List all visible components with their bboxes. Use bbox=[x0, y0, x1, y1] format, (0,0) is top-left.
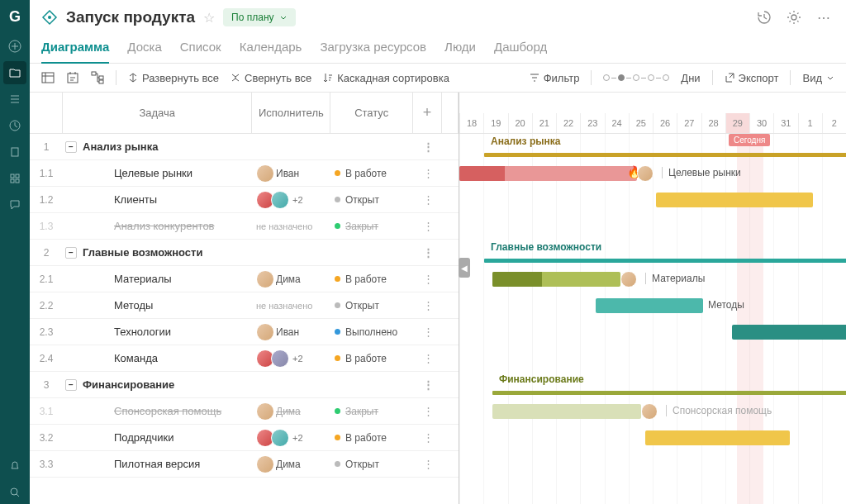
row-menu-icon[interactable]: ⋮ bbox=[414, 352, 443, 364]
col-task[interactable]: Задача bbox=[63, 93, 253, 133]
avatar bbox=[256, 402, 274, 421]
rail-add-icon[interactable] bbox=[3, 35, 26, 58]
tab-calendar[interactable]: Календарь bbox=[240, 35, 302, 63]
gantt-bar[interactable] bbox=[459, 166, 637, 181]
row-menu-icon[interactable]: ⋮ bbox=[414, 431, 443, 444]
row-menu-icon[interactable]: ⋮ bbox=[414, 405, 443, 417]
history-icon[interactable] bbox=[753, 7, 775, 28]
svg-rect-5 bbox=[11, 179, 14, 183]
rail-search-icon[interactable] bbox=[3, 481, 26, 504]
filter[interactable]: Фильтр bbox=[530, 72, 580, 84]
zoom-label: Дни bbox=[681, 72, 700, 84]
svg-rect-12 bbox=[92, 72, 96, 75]
task-row[interactable]: 3.3Пилотная версияДимаОткрыт⋮ bbox=[30, 451, 459, 478]
avatar bbox=[256, 455, 274, 473]
gantt-bar[interactable] bbox=[492, 272, 620, 287]
svg-point-8 bbox=[48, 16, 51, 19]
row-menu-icon[interactable]: ⋮ bbox=[414, 220, 443, 232]
app-logo: G bbox=[5, 7, 25, 26]
page-title: Запуск продукта bbox=[66, 8, 195, 26]
avatar bbox=[271, 191, 289, 209]
avatar bbox=[256, 164, 274, 183]
rail-bell-icon[interactable] bbox=[3, 454, 26, 478]
rail-folder-icon[interactable] bbox=[3, 61, 26, 84]
svg-rect-3 bbox=[11, 174, 14, 178]
tab-list[interactable]: Список bbox=[180, 35, 221, 63]
rail-doc-icon[interactable] bbox=[3, 140, 26, 164]
avatar bbox=[271, 429, 289, 447]
row-menu-icon[interactable]: ⋮ bbox=[414, 273, 443, 285]
today-label: Сегодня bbox=[729, 134, 770, 146]
collapse-icon[interactable]: − bbox=[65, 247, 77, 259]
col-status[interactable]: Статус bbox=[330, 93, 413, 133]
task-row[interactable]: 1.1Целевые рынкиИванВ работе⋮ bbox=[30, 160, 459, 187]
tab-diagram[interactable]: Диаграмма bbox=[41, 35, 109, 64]
star-icon[interactable]: ☆ bbox=[203, 10, 215, 26]
gantt-bar[interactable] bbox=[656, 193, 813, 207]
tabs: Диаграмма Доска Список Календарь Загрузк… bbox=[30, 35, 846, 64]
collapse-icon[interactable]: − bbox=[65, 141, 77, 153]
export[interactable]: Экспорт bbox=[725, 72, 779, 84]
row-menu-icon[interactable]: ⋮ bbox=[414, 458, 443, 470]
gantt-bar[interactable] bbox=[492, 404, 641, 419]
task-row[interactable]: 3.1Спонсорская помощьДимаЗакрыт⋮ bbox=[30, 398, 459, 425]
rail-list-icon[interactable] bbox=[3, 88, 26, 111]
gantt-bar[interactable] bbox=[596, 298, 703, 313]
svg-rect-14 bbox=[99, 80, 103, 83]
task-row[interactable]: 3.2Подрядчики+2В работе⋮ bbox=[30, 425, 459, 451]
collapse-all[interactable]: Свернуть все bbox=[231, 72, 311, 84]
more-icon[interactable]: ⋯ bbox=[813, 7, 834, 28]
avatar bbox=[271, 349, 289, 368]
tab-board[interactable]: Доска bbox=[127, 35, 161, 63]
tab-people[interactable]: Люди bbox=[444, 35, 476, 63]
cascade-sort[interactable]: Каскадная сортировка bbox=[323, 72, 449, 84]
task-row[interactable]: 1−Анализ рынка⋮ bbox=[30, 134, 459, 160]
project-icon bbox=[41, 9, 58, 26]
task-row[interactable]: 3−Финансирование⋮ bbox=[30, 372, 459, 398]
status-badge[interactable]: По плану bbox=[223, 8, 295, 26]
task-row[interactable]: 1.2Клиенты+2Открыт⋮ bbox=[30, 187, 459, 213]
svg-rect-13 bbox=[99, 76, 103, 79]
zoom-slider[interactable] bbox=[603, 74, 669, 81]
grid-header: Задача Исполнитель Статус + bbox=[30, 93, 459, 134]
svg-point-9 bbox=[791, 15, 796, 20]
avatar bbox=[620, 271, 637, 288]
tab-dashboard[interactable]: Дашборд bbox=[494, 35, 547, 63]
task-row[interactable]: 2.2Методыне назначеноОткрыт⋮ bbox=[30, 292, 459, 319]
task-row[interactable]: 1.3Анализ конкурентовне назначеноЗакрыт⋮ bbox=[30, 213, 459, 240]
row-menu-icon[interactable]: ⋮ bbox=[414, 140, 443, 153]
row-menu-icon[interactable]: ⋮ bbox=[414, 193, 443, 206]
collapse-icon[interactable]: − bbox=[65, 379, 77, 391]
tool-hierarchy-icon[interactable] bbox=[91, 71, 104, 84]
row-menu-icon[interactable]: ⋮ bbox=[414, 167, 443, 179]
view-menu[interactable]: Вид bbox=[802, 72, 834, 84]
rail-clock-icon[interactable] bbox=[3, 114, 26, 137]
svg-point-7 bbox=[11, 488, 17, 495]
add-column[interactable]: + bbox=[413, 93, 442, 133]
row-menu-icon[interactable]: ⋮ bbox=[414, 326, 443, 338]
gantt-bar[interactable] bbox=[645, 430, 790, 445]
task-row[interactable]: 2−Главные возможности⋮ bbox=[30, 240, 459, 266]
panel-collapse-icon[interactable]: ◀ bbox=[459, 258, 470, 278]
tool-columns-icon[interactable] bbox=[41, 71, 55, 84]
row-menu-icon[interactable]: ⋮ bbox=[414, 299, 443, 311]
gantt-bar[interactable] bbox=[732, 325, 846, 340]
task-row[interactable]: 2.3ТехнологииИванВыполнено⋮ bbox=[30, 319, 459, 345]
toolbar: Развернуть все Свернуть все Каскадная со… bbox=[30, 64, 846, 93]
header: Запуск продукта ☆ По плану ⋯ bbox=[30, 0, 846, 35]
settings-icon[interactable] bbox=[783, 7, 805, 28]
row-menu-icon[interactable]: ⋮ bbox=[414, 378, 443, 391]
rail-chat-icon[interactable] bbox=[3, 193, 26, 216]
rail-grid-icon[interactable] bbox=[3, 167, 26, 190]
left-rail: G bbox=[0, 0, 30, 504]
tool-task-icon[interactable] bbox=[66, 71, 79, 84]
task-grid: Задача Исполнитель Статус + 1−Анализ рын… bbox=[30, 93, 459, 504]
col-assignee[interactable]: Исполнитель bbox=[252, 93, 330, 133]
tab-resources[interactable]: Загрузка ресурсов bbox=[320, 35, 426, 63]
expand-all[interactable]: Развернуть все bbox=[128, 72, 219, 84]
svg-rect-6 bbox=[16, 179, 19, 183]
svg-rect-2 bbox=[12, 148, 18, 156]
task-row[interactable]: 2.1МатериалыДимаВ работе⋮ bbox=[30, 266, 459, 292]
row-menu-icon[interactable]: ⋮ bbox=[414, 246, 443, 259]
task-row[interactable]: 2.4Команда+2В работе⋮ bbox=[30, 345, 459, 372]
